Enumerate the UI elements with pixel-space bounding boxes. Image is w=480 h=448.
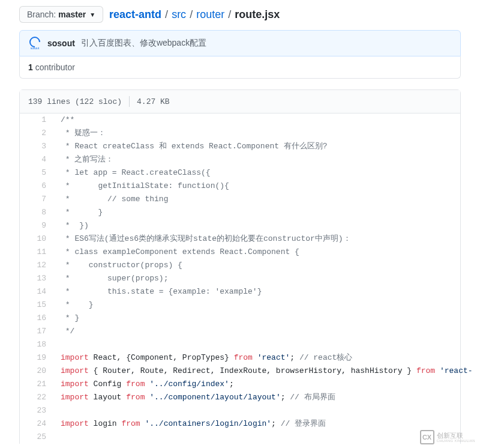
breadcrumb: react-antd / src / router / route.jsx <box>109 8 280 21</box>
code-line: 20import { Router, Route, Redirect, Inde… <box>20 365 460 378</box>
line-number[interactable]: 2 <box>20 127 55 140</box>
line-content: * } <box>55 298 94 312</box>
code-line: 11 * class exampleComponent extends Reac… <box>20 246 460 259</box>
code-line: 12 * constructor(props) { <box>20 259 460 272</box>
line-number[interactable]: 24 <box>20 417 55 431</box>
line-number[interactable]: 21 <box>20 378 55 391</box>
code-line: 23 <box>20 404 460 417</box>
code-line: 13 * super(props); <box>20 272 460 285</box>
code-area: 1/**2 * 疑惑一：3 * React createClass 和 exte… <box>20 114 460 444</box>
code-line: 17 */ <box>20 325 460 338</box>
line-number[interactable]: 15 <box>20 298 55 312</box>
line-number[interactable]: 1 <box>20 114 55 127</box>
line-number[interactable]: 14 <box>20 285 55 298</box>
line-content: import { Router, Route, Redirect, IndexR… <box>55 365 473 378</box>
line-number[interactable]: 22 <box>20 391 55 404</box>
code-line: 19import React, {Component, PropTypes} f… <box>20 351 460 365</box>
line-number[interactable]: 19 <box>20 351 55 365</box>
breadcrumb-repo-link[interactable]: react-antd <box>109 8 161 21</box>
breadcrumb-separator: / <box>165 8 168 21</box>
code-line: 15 * } <box>20 298 460 312</box>
line-number[interactable]: 5 <box>20 166 55 180</box>
contributors-label: contributor <box>35 62 75 72</box>
code-line: 16 * } <box>20 312 460 325</box>
line-number[interactable]: 3 <box>20 140 55 153</box>
line-content: * } <box>55 312 79 325</box>
file-size-info: 4.27 KB <box>137 97 170 106</box>
line-content <box>55 338 61 351</box>
line-number[interactable]: 4 <box>20 153 55 166</box>
line-number[interactable]: 23 <box>20 404 55 417</box>
branch-name: master <box>58 10 86 19</box>
code-line: 8 * } <box>20 206 460 219</box>
line-content: * getInitialState: function(){ <box>55 180 229 193</box>
line-content: * class exampleComponent extends React.C… <box>55 246 299 259</box>
line-number[interactable]: 7 <box>20 193 55 206</box>
line-content: * this.state = {example: 'example'} <box>55 285 262 298</box>
divider <box>129 96 130 107</box>
file-view-box: 139 lines (122 sloc) 4.27 KB 1/**2 * 疑惑一… <box>19 89 461 444</box>
code-line: 7 * // some thing <box>20 193 460 206</box>
watermark-subtext: CHUANG XINHULIAN <box>437 439 475 443</box>
line-number[interactable]: 25 <box>20 431 55 444</box>
line-number[interactable]: 20 <box>20 365 55 378</box>
commit-info-box: sosout sosout 引入百度图表、修改webpack配置 <box>19 30 461 56</box>
line-content: import layout from '../component/layout/… <box>55 391 335 404</box>
line-content: import React, {Component, PropTypes} fro… <box>55 351 352 365</box>
watermark-text: 创新互联 <box>437 432 475 439</box>
breadcrumb-current-file: route.jsx <box>235 8 280 21</box>
breadcrumb-folder-link[interactable]: src <box>172 8 186 21</box>
line-content: * super(props); <box>55 272 168 285</box>
branch-selector-button[interactable]: Branch: master ▼ <box>19 6 103 23</box>
avatar-icon <box>27 34 42 49</box>
line-number[interactable]: 11 <box>20 246 55 259</box>
watermark-logo-icon: CX <box>420 430 434 444</box>
code-line: 4 * 之前写法： <box>20 153 460 166</box>
line-number[interactable]: 12 <box>20 259 55 272</box>
line-number[interactable]: 17 <box>20 325 55 338</box>
line-number[interactable]: 8 <box>20 206 55 219</box>
line-number[interactable]: 16 <box>20 312 55 325</box>
chevron-down-icon: ▼ <box>89 11 95 18</box>
line-content: * }) <box>55 219 89 232</box>
code-line: 10 * ES6写法(通过es6类的继承实现时state的初始化要在constr… <box>20 232 460 246</box>
breadcrumb-separator: / <box>228 8 231 21</box>
line-content <box>55 404 61 417</box>
line-content: * React createClass 和 extends React.Comp… <box>55 140 328 153</box>
code-line: 2 * 疑惑一： <box>20 127 460 140</box>
line-content: /** <box>55 114 74 127</box>
code-line: 24import login from '../containers/login… <box>20 417 460 431</box>
commit-message-link[interactable]: 引入百度图表、修改webpack配置 <box>81 38 206 49</box>
line-content <box>55 431 61 444</box>
code-line: 1/** <box>20 114 460 127</box>
code-line: 5 * let app = React.createClass({ <box>20 166 460 180</box>
line-content: import login from '../containers/login/l… <box>55 417 326 431</box>
line-number[interactable]: 9 <box>20 219 55 232</box>
code-line: 9 * }) <box>20 219 460 232</box>
avatar[interactable]: sosout <box>28 37 41 50</box>
code-line: 14 * this.state = {example: 'example'} <box>20 285 460 298</box>
breadcrumb-separator: / <box>190 8 193 21</box>
breadcrumb-folder-link[interactable]: router <box>196 8 224 21</box>
line-content: import Config from '../config/index'; <box>55 378 234 391</box>
file-lines-info: 139 lines (122 sloc) <box>28 97 122 106</box>
line-number[interactable]: 18 <box>20 338 55 351</box>
line-content: * constructor(props) { <box>55 259 182 272</box>
contributors-box: 1 contributor <box>19 56 461 79</box>
code-line: 3 * React createClass 和 extends React.Co… <box>20 140 460 153</box>
code-line: 22import layout from '../component/layou… <box>20 391 460 404</box>
line-content: * 疑惑一： <box>55 127 106 140</box>
line-number[interactable]: 13 <box>20 272 55 285</box>
line-content: * 之前写法： <box>55 153 113 166</box>
line-content: * } <box>55 206 103 219</box>
watermark: CX 创新互联 CHUANG XINHULIAN <box>420 430 475 444</box>
code-line: 6 * getInitialState: function(){ <box>20 180 460 193</box>
line-number[interactable]: 6 <box>20 180 55 193</box>
commit-author-link[interactable]: sosout <box>47 38 75 48</box>
code-line: 25 <box>20 431 460 444</box>
line-number[interactable]: 10 <box>20 232 55 246</box>
contributors-count: 1 <box>28 62 33 72</box>
code-line: 21import Config from '../config/index'; <box>20 378 460 391</box>
header-row: Branch: master ▼ react-antd / src / rout… <box>0 0 480 30</box>
line-content: * // some thing <box>55 193 168 206</box>
